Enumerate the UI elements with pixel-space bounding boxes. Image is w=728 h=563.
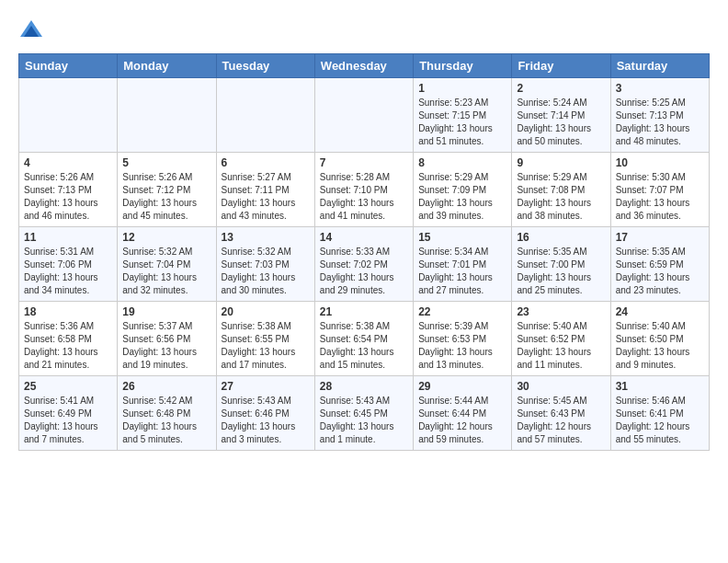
day-info: Sunrise: 5:26 AMSunset: 7:13 PMDaylight:… (24, 171, 112, 223)
day-number: 7 (320, 156, 408, 169)
logo-icon (18, 18, 44, 44)
day-number: 22 (418, 305, 506, 318)
calendar-week-3: 11Sunrise: 5:31 AMSunset: 7:06 PMDayligh… (19, 227, 710, 302)
day-info: Sunrise: 5:28 AMSunset: 7:10 PMDaylight:… (320, 171, 408, 223)
day-info: Sunrise: 5:34 AMSunset: 7:01 PMDaylight:… (418, 246, 506, 297)
day-number: 12 (122, 231, 210, 244)
day-number: 8 (418, 156, 506, 169)
calendar-day-6: 6Sunrise: 5:27 AMSunset: 7:11 PMDaylight… (216, 153, 314, 227)
calendar-day-18: 18Sunrise: 5:36 AMSunset: 6:58 PMDayligh… (19, 302, 118, 376)
calendar-day-2: 2Sunrise: 5:24 AMSunset: 7:14 PMDaylight… (512, 78, 610, 153)
day-info: Sunrise: 5:39 AMSunset: 6:53 PMDaylight:… (418, 320, 506, 372)
day-number: 13 (222, 231, 310, 244)
day-info: Sunrise: 5:24 AMSunset: 7:14 PMDaylight:… (517, 97, 605, 148)
day-info: Sunrise: 5:38 AMSunset: 6:55 PMDaylight:… (222, 320, 310, 372)
day-info: Sunrise: 5:45 AMSunset: 6:43 PMDaylight:… (517, 395, 605, 446)
header-day-sunday: Sunday (19, 54, 118, 78)
day-number: 16 (517, 231, 605, 244)
calendar-day-15: 15Sunrise: 5:34 AMSunset: 7:01 PMDayligh… (414, 227, 512, 302)
day-info: Sunrise: 5:23 AMSunset: 7:15 PMDaylight:… (418, 97, 506, 148)
day-number: 24 (616, 305, 704, 318)
calendar-week-4: 18Sunrise: 5:36 AMSunset: 6:58 PMDayligh… (19, 302, 710, 376)
day-info: Sunrise: 5:31 AMSunset: 7:06 PMDaylight:… (24, 246, 112, 297)
day-info: Sunrise: 5:29 AMSunset: 7:09 PMDaylight:… (418, 171, 506, 223)
calendar-day-13: 13Sunrise: 5:32 AMSunset: 7:03 PMDayligh… (216, 227, 314, 302)
day-number: 28 (320, 380, 408, 393)
empty-cell (216, 78, 314, 153)
header-day-monday: Monday (118, 54, 216, 78)
day-info: Sunrise: 5:37 AMSunset: 6:56 PMDaylight:… (122, 320, 210, 372)
calendar-day-8: 8Sunrise: 5:29 AMSunset: 7:09 PMDaylight… (414, 153, 512, 227)
calendar-day-1: 1Sunrise: 5:23 AMSunset: 7:15 PMDaylight… (414, 78, 512, 153)
day-info: Sunrise: 5:27 AMSunset: 7:11 PMDaylight:… (222, 171, 310, 223)
calendar-header-row: SundayMondayTuesdayWednesdayThursdayFrid… (19, 54, 710, 78)
calendar-day-14: 14Sunrise: 5:33 AMSunset: 7:02 PMDayligh… (314, 227, 413, 302)
header-day-thursday: Thursday (414, 54, 512, 78)
day-number: 15 (418, 231, 506, 244)
day-number: 10 (616, 156, 704, 169)
calendar-week-2: 4Sunrise: 5:26 AMSunset: 7:13 PMDaylight… (19, 153, 710, 227)
calendar-day-22: 22Sunrise: 5:39 AMSunset: 6:53 PMDayligh… (414, 302, 512, 376)
calendar-day-31: 31Sunrise: 5:46 AMSunset: 6:41 PMDayligh… (610, 376, 709, 451)
day-number: 30 (517, 380, 605, 393)
day-number: 9 (517, 156, 605, 169)
day-number: 4 (24, 156, 112, 169)
calendar-day-30: 30Sunrise: 5:45 AMSunset: 6:43 PMDayligh… (512, 376, 610, 451)
calendar-day-20: 20Sunrise: 5:38 AMSunset: 6:55 PMDayligh… (216, 302, 314, 376)
calendar-day-17: 17Sunrise: 5:35 AMSunset: 6:59 PMDayligh… (610, 227, 709, 302)
day-info: Sunrise: 5:40 AMSunset: 6:52 PMDaylight:… (517, 320, 605, 372)
calendar-day-11: 11Sunrise: 5:31 AMSunset: 7:06 PMDayligh… (19, 227, 118, 302)
calendar-day-4: 4Sunrise: 5:26 AMSunset: 7:13 PMDaylight… (19, 153, 118, 227)
header-day-friday: Friday (512, 54, 610, 78)
day-info: Sunrise: 5:40 AMSunset: 6:50 PMDaylight:… (616, 320, 704, 372)
calendar-day-3: 3Sunrise: 5:25 AMSunset: 7:13 PMDaylight… (610, 78, 709, 153)
calendar-day-19: 19Sunrise: 5:37 AMSunset: 6:56 PMDayligh… (118, 302, 216, 376)
day-info: Sunrise: 5:29 AMSunset: 7:08 PMDaylight:… (517, 171, 605, 223)
calendar-day-9: 9Sunrise: 5:29 AMSunset: 7:08 PMDaylight… (512, 153, 610, 227)
empty-cell (118, 78, 216, 153)
calendar-day-29: 29Sunrise: 5:44 AMSunset: 6:44 PMDayligh… (414, 376, 512, 451)
day-info: Sunrise: 5:42 AMSunset: 6:48 PMDaylight:… (122, 395, 210, 446)
day-info: Sunrise: 5:43 AMSunset: 6:45 PMDaylight:… (320, 395, 408, 446)
day-number: 3 (616, 82, 704, 95)
header-day-wednesday: Wednesday (314, 54, 413, 78)
day-info: Sunrise: 5:46 AMSunset: 6:41 PMDaylight:… (616, 395, 704, 446)
calendar-week-5: 25Sunrise: 5:41 AMSunset: 6:49 PMDayligh… (19, 376, 710, 451)
calendar-day-25: 25Sunrise: 5:41 AMSunset: 6:49 PMDayligh… (19, 376, 118, 451)
calendar-day-12: 12Sunrise: 5:32 AMSunset: 7:04 PMDayligh… (118, 227, 216, 302)
calendar-day-16: 16Sunrise: 5:35 AMSunset: 7:00 PMDayligh… (512, 227, 610, 302)
calendar-day-10: 10Sunrise: 5:30 AMSunset: 7:07 PMDayligh… (610, 153, 709, 227)
day-number: 25 (24, 380, 112, 393)
day-number: 23 (517, 305, 605, 318)
header-day-saturday: Saturday (610, 54, 709, 78)
day-info: Sunrise: 5:32 AMSunset: 7:04 PMDaylight:… (122, 246, 210, 297)
day-number: 6 (222, 156, 310, 169)
day-info: Sunrise: 5:41 AMSunset: 6:49 PMDaylight:… (24, 395, 112, 446)
day-info: Sunrise: 5:35 AMSunset: 7:00 PMDaylight:… (517, 246, 605, 297)
day-number: 11 (24, 231, 112, 244)
empty-cell (314, 78, 413, 153)
calendar-day-28: 28Sunrise: 5:43 AMSunset: 6:45 PMDayligh… (314, 376, 413, 451)
calendar-day-5: 5Sunrise: 5:26 AMSunset: 7:12 PMDaylight… (118, 153, 216, 227)
calendar-week-1: 1Sunrise: 5:23 AMSunset: 7:15 PMDaylight… (19, 78, 710, 153)
calendar-day-7: 7Sunrise: 5:28 AMSunset: 7:10 PMDaylight… (314, 153, 413, 227)
day-info: Sunrise: 5:38 AMSunset: 6:54 PMDaylight:… (320, 320, 408, 372)
day-info: Sunrise: 5:26 AMSunset: 7:12 PMDaylight:… (122, 171, 210, 223)
day-number: 18 (24, 305, 112, 318)
day-info: Sunrise: 5:33 AMSunset: 7:02 PMDaylight:… (320, 246, 408, 297)
header-day-tuesday: Tuesday (216, 54, 314, 78)
day-info: Sunrise: 5:35 AMSunset: 6:59 PMDaylight:… (616, 246, 704, 297)
day-number: 29 (418, 380, 506, 393)
calendar-day-24: 24Sunrise: 5:40 AMSunset: 6:50 PMDayligh… (610, 302, 709, 376)
page-header (18, 18, 710, 44)
day-number: 5 (122, 156, 210, 169)
day-number: 14 (320, 231, 408, 244)
day-info: Sunrise: 5:30 AMSunset: 7:07 PMDaylight:… (616, 171, 704, 223)
day-info: Sunrise: 5:36 AMSunset: 6:58 PMDaylight:… (24, 320, 112, 372)
day-number: 19 (122, 305, 210, 318)
day-number: 1 (418, 82, 506, 95)
calendar-day-23: 23Sunrise: 5:40 AMSunset: 6:52 PMDayligh… (512, 302, 610, 376)
day-number: 2 (517, 82, 605, 95)
calendar-day-27: 27Sunrise: 5:43 AMSunset: 6:46 PMDayligh… (216, 376, 314, 451)
day-number: 26 (122, 380, 210, 393)
